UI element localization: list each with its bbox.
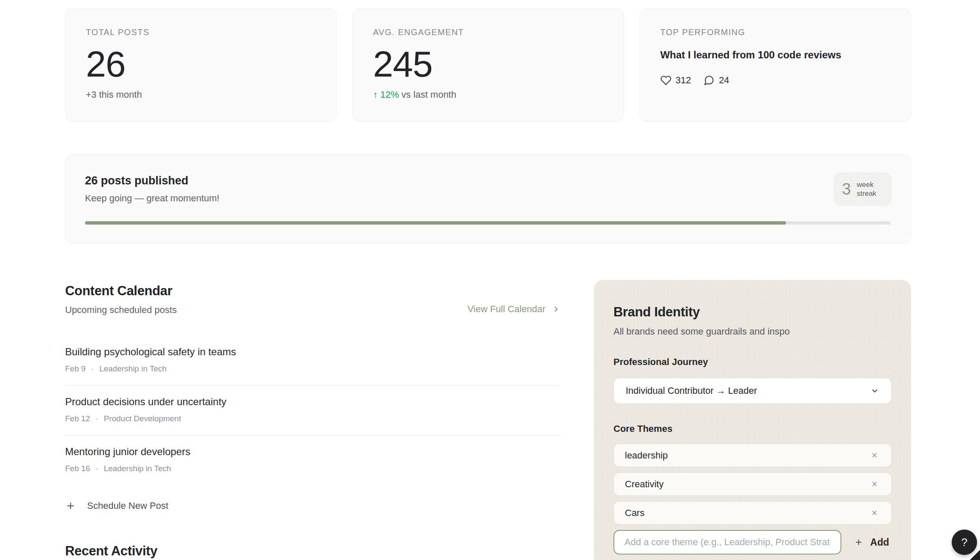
total-posts-card: TOTAL POSTS 26 +3 this month xyxy=(65,8,337,122)
recent-activity-title: Recent Activity xyxy=(65,544,561,559)
core-themes-label: Core Themes xyxy=(613,423,892,434)
calendar-item-category: Leadership in Tech xyxy=(99,364,167,373)
top-performing-label: TOP PERFORMING xyxy=(660,27,890,37)
theme-name: Cars xyxy=(625,508,644,519)
add-theme-button-label: Add xyxy=(870,537,889,548)
schedule-new-post-label: Schedule New Post xyxy=(87,500,168,511)
theme-row: leadership xyxy=(613,444,892,467)
help-button-label: ? xyxy=(961,536,967,549)
brand-identity-panel: Brand Identity All brands need some guar… xyxy=(594,280,911,560)
professional-journey-label: Professional Journey xyxy=(613,357,892,368)
comments-count: 24 xyxy=(719,75,729,86)
top-performing-metrics: 312 24 xyxy=(660,75,890,86)
meta-separator: · xyxy=(91,364,94,373)
top-performing-title: What I learned from 100 code reviews xyxy=(660,48,890,61)
view-full-calendar-link[interactable]: View Full Calendar xyxy=(468,304,561,316)
calendar-title: Content Calendar xyxy=(65,283,177,299)
progress-track xyxy=(85,221,891,225)
remove-theme-button[interactable] xyxy=(869,450,880,461)
total-posts-label: TOTAL POSTS xyxy=(86,27,316,37)
engagement-delta: ↑ 12% xyxy=(373,89,399,100)
content-calendar-section: Content Calendar Upcoming scheduled post… xyxy=(65,283,561,559)
theme-name: Creativity xyxy=(625,479,664,490)
progress-fill xyxy=(85,221,786,225)
professional-journey-value: Individual Contributor → Leader xyxy=(626,385,757,396)
calendar-item-meta: Feb 9 · Leadership in Tech xyxy=(65,364,561,373)
streak-badge: 3 week streak xyxy=(834,173,891,206)
calendar-item-title: Mentoring junior developers xyxy=(65,446,561,458)
theme-row: Cars xyxy=(613,501,892,524)
streak-unit-label: week streak xyxy=(857,180,883,198)
heart-icon xyxy=(660,75,671,86)
avg-engagement-value: 245 xyxy=(373,43,603,85)
calendar-item-title: Product decisions under uncertainty xyxy=(65,396,561,408)
theme-row: Creativity xyxy=(613,472,892,496)
progress-banner: 26 posts published Keep going — great mo… xyxy=(65,154,911,244)
avg-engagement-card: AVG. ENGAGEMENT 245 ↑ 12% vs last month xyxy=(352,8,624,122)
remove-theme-button[interactable] xyxy=(869,478,880,490)
plus-icon xyxy=(854,538,863,547)
banner-subtitle: Keep going — great momentum! xyxy=(85,193,891,204)
calendar-item[interactable]: Mentoring junior developers Feb 16 · Lea… xyxy=(65,436,561,485)
comments-group: 24 xyxy=(704,75,729,86)
close-icon xyxy=(871,509,879,517)
calendar-item-date: Feb 16 xyxy=(65,464,90,473)
total-posts-sub: +3 this month xyxy=(86,89,316,100)
calendar-item[interactable]: Building psychological safety in teams F… xyxy=(65,336,561,386)
avg-engagement-sub: ↑ 12% vs last month xyxy=(373,89,603,100)
calendar-item-meta: Feb 16 · Leadership in Tech xyxy=(65,464,561,473)
remove-theme-button[interactable] xyxy=(869,507,880,519)
plus-icon xyxy=(65,500,76,511)
calendar-item-category: Leadership in Tech xyxy=(104,464,171,473)
meta-separator: · xyxy=(96,464,98,473)
engagement-delta-caption: vs last month xyxy=(402,89,457,100)
dashboard-page: TOTAL POSTS 26 +3 this month AVG. ENGAGE… xyxy=(0,0,980,560)
total-posts-value: 26 xyxy=(86,43,316,85)
likes-group: 312 xyxy=(660,75,691,86)
calendar-item-date: Feb 9 xyxy=(65,364,86,373)
calendar-heading-group: Content Calendar Upcoming scheduled post… xyxy=(65,283,177,316)
calendar-list: Building psychological safety in teams F… xyxy=(65,336,561,485)
meta-separator: · xyxy=(96,414,98,423)
add-theme-input[interactable] xyxy=(613,530,841,555)
close-icon xyxy=(871,451,879,459)
brand-identity-subtitle: All brands need some guardrails and insp… xyxy=(613,326,892,337)
professional-journey-select[interactable]: Individual Contributor → Leader xyxy=(613,378,892,404)
corner-bubble-tail xyxy=(970,550,980,560)
theme-name: leadership xyxy=(625,450,668,461)
calendar-item-category: Product Development xyxy=(104,414,181,423)
add-theme-row: Add xyxy=(613,530,892,555)
calendar-item-title: Building psychological safety in teams xyxy=(65,346,561,358)
avg-engagement-label: AVG. ENGAGEMENT xyxy=(373,27,603,37)
schedule-new-post-button[interactable]: Schedule New Post xyxy=(65,496,168,516)
comment-icon xyxy=(704,75,714,86)
streak-value: 3 xyxy=(842,180,851,198)
calendar-subtitle: Upcoming scheduled posts xyxy=(65,305,177,316)
close-icon xyxy=(871,480,879,488)
calendar-item-meta: Feb 12 · Product Development xyxy=(65,414,561,423)
stats-row: TOTAL POSTS 26 +3 this month AVG. ENGAGE… xyxy=(65,8,911,122)
chevron-down-icon xyxy=(870,386,879,395)
top-performing-card: TOP PERFORMING What I learned from 100 c… xyxy=(640,8,911,122)
add-theme-button[interactable]: Add xyxy=(851,533,892,552)
view-full-calendar-label: View Full Calendar xyxy=(468,304,545,315)
chevron-right-icon xyxy=(551,305,561,314)
calendar-item[interactable]: Product decisions under uncertainty Feb … xyxy=(65,386,561,436)
calendar-item-date: Feb 12 xyxy=(65,414,90,423)
calendar-header: Content Calendar Upcoming scheduled post… xyxy=(65,283,561,316)
likes-count: 312 xyxy=(676,75,691,86)
banner-title: 26 posts published xyxy=(85,174,891,187)
core-themes-list: leadership Creativity Cars xyxy=(613,444,892,524)
brand-identity-title: Brand Identity xyxy=(613,305,892,320)
